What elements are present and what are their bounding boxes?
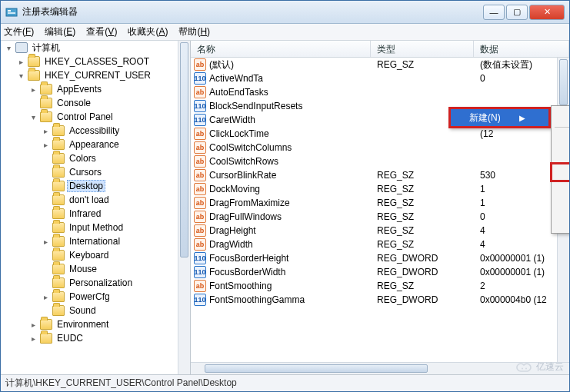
expand-icon[interactable]: ▸ [28, 334, 38, 343]
menu-e[interactable]: 编辑(E) [45, 25, 75, 38]
expand-icon[interactable]: ▸ [16, 58, 25, 66]
tree-item[interactable]: ▸Appearance [1, 138, 190, 151]
string-value-icon: ab [194, 155, 206, 168]
submenu-item[interactable]: QWORD (64 位)值(Q) [552, 181, 569, 198]
tree-item[interactable]: Input Method [1, 221, 190, 234]
submenu-item[interactable]: 二进制值(B) [552, 147, 569, 164]
expand-icon[interactable]: ▸ [41, 141, 50, 149]
folder-icon [52, 291, 65, 302]
list-hscrollbar[interactable] [191, 362, 569, 374]
list-row[interactable]: abCursorBlinkRateREG_SZ530 [191, 168, 569, 182]
submenu-item[interactable]: 项(K) [552, 108, 569, 125]
value-name: DragWidth [209, 239, 253, 250]
menu-a[interactable]: 收藏夹(A) [128, 25, 168, 38]
expand-icon[interactable]: ▾ [16, 71, 25, 80]
submenu-item[interactable]: 多字符串值(M) [552, 198, 569, 214]
menubar: 文件(F)编辑(E)查看(V)收藏夹(A)帮助(H) [1, 24, 569, 41]
string-value-icon: ab [194, 141, 206, 154]
submenu-item[interactable]: DWORD (32-位)值(D) [552, 164, 569, 181]
col-type[interactable]: 类型 [371, 41, 474, 57]
tree-item[interactable]: Cursors [1, 165, 190, 179]
col-name[interactable]: 名称 [191, 41, 371, 57]
menu-item-new[interactable]: 新建(N) ▶ [451, 109, 548, 126]
list-body[interactable]: ab(默认)REG_SZ(数值未设置)110ActiveWndTa0abAuto… [191, 58, 569, 362]
minimize-button[interactable]: — [483, 5, 505, 20]
tree-item[interactable]: ▾HKEY_CURRENT_USER [1, 68, 190, 82]
tree-label: Personalization [67, 277, 135, 289]
list-row[interactable]: abDragFromMaximizeREG_SZ1 [191, 196, 569, 210]
tree-item[interactable]: Personalization [1, 276, 190, 290]
list-header[interactable]: 名称 类型 数据 [191, 41, 569, 58]
list-row[interactable]: 110ActiveWndTa0 [191, 71, 569, 85]
list-row[interactable]: abDragHeightREG_SZ4 [191, 224, 569, 238]
list-row[interactable]: 110FocusBorderHeightREG_DWORD0x00000001 … [191, 251, 569, 265]
value-type: REG_SZ [371, 184, 474, 194]
menu-v[interactable]: 查看(V) [86, 25, 117, 38]
tree-item[interactable]: Sound [1, 304, 190, 317]
tree-pane[interactable]: ▾计算机▸HKEY_CLASSES_ROOT▾HKEY_CURRENT_USER… [1, 41, 191, 374]
context-submenu[interactable]: 项(K)字符串值(S)二进制值(B)DWORD (32-位)值(D)QWORD … [551, 105, 569, 234]
maximize-button[interactable]: ▢ [506, 5, 528, 20]
expand-icon[interactable]: ▸ [41, 238, 50, 246]
tree-label: Console [55, 97, 93, 109]
expand-icon[interactable]: ▾ [28, 113, 38, 121]
list-row[interactable]: 110FontSmoothingGammaREG_DWORD0x000004b0… [191, 293, 569, 307]
menu-h[interactable]: 帮助(H) [178, 25, 210, 38]
col-data[interactable]: 数据 [474, 41, 569, 57]
binary-value-icon: 110 [194, 100, 206, 112]
list-row[interactable]: abCoolSwitchRows [191, 154, 569, 168]
value-name: ClickLockTime [209, 128, 269, 139]
tree-label: Control Panel [55, 111, 115, 123]
list-row[interactable]: abDragFullWindowsREG_SZ0 [191, 210, 569, 224]
tree-item[interactable]: Infrared [1, 207, 190, 221]
context-menu-new[interactable]: 新建(N) ▶ [448, 107, 551, 128]
value-data: (数值未设置) [474, 58, 569, 71]
list-row[interactable]: abFontSmoothingREG_SZ2 [191, 279, 569, 293]
tree-label: Mouse [67, 263, 99, 275]
tree-item[interactable]: Keyboard [1, 248, 190, 262]
tree-item[interactable]: don't load [1, 193, 190, 207]
tree-item[interactable]: Desktop [1, 179, 190, 193]
tree-item[interactable]: Console [1, 96, 190, 110]
close-button[interactable]: ✕ [529, 5, 565, 20]
list-row[interactable]: 110FocusBorderWidthREG_DWORD0x00000001 (… [191, 265, 569, 279]
list-row[interactable]: abCoolSwitchColumns [191, 141, 569, 154]
value-name: FocusBorderWidth [209, 267, 285, 277]
tree-label: Accessibility [67, 125, 122, 137]
tree-item[interactable]: ▸PowerCfg [1, 290, 190, 304]
value-data: 4 [474, 239, 569, 250]
list-row[interactable]: abDragWidthREG_SZ4 [191, 238, 569, 251]
submenu-item[interactable]: 可扩充字符串值(E) [552, 214, 569, 231]
expand-icon[interactable]: ▸ [28, 85, 38, 94]
expand-icon[interactable]: ▾ [4, 44, 13, 52]
folder-icon [52, 305, 65, 316]
titlebar[interactable]: 注册表编辑器 — ▢ ✕ [1, 1, 569, 24]
tree-item[interactable]: Colors [1, 151, 190, 165]
tree-item[interactable]: ▾Control Panel [1, 110, 190, 124]
list-row[interactable]: abDockMovingREG_SZ1 [191, 182, 569, 196]
expand-icon[interactable]: ▸ [28, 321, 38, 329]
tree-item[interactable]: ▸International [1, 234, 190, 248]
folder-icon [52, 167, 65, 178]
tree-item[interactable]: ▸EUDC [1, 331, 190, 345]
menu-f[interactable]: 文件(F) [4, 25, 34, 38]
tree-item[interactable]: ▸Environment [1, 317, 190, 331]
value-type: REG_SZ [371, 59, 474, 70]
tree-item[interactable]: ▾计算机 [1, 41, 190, 55]
binary-value-icon: 110 [194, 294, 206, 306]
tree-item[interactable]: ▸HKEY_CLASSES_ROOT [1, 55, 190, 68]
expand-icon[interactable]: ▸ [41, 127, 50, 135]
list-row[interactable]: abClickLockTime(12 [191, 127, 569, 141]
string-value-icon: ab [194, 183, 206, 195]
computer-icon [15, 42, 28, 53]
statusbar: 计算机\HKEY_CURRENT_USER\Control Panel\Desk… [1, 374, 569, 391]
tree-item[interactable]: ▸Accessibility [1, 124, 190, 138]
tree-label: PowerCfg [67, 291, 112, 303]
tree-item[interactable]: ▸AppEvents [1, 82, 190, 96]
tree-scrollbar[interactable] [178, 41, 190, 374]
expand-icon[interactable]: ▸ [41, 293, 50, 301]
list-row[interactable]: ab(默认)REG_SZ(数值未设置) [191, 58, 569, 71]
list-row[interactable]: abAutoEndTasks [191, 85, 569, 99]
tree-item[interactable]: Mouse [1, 262, 190, 276]
submenu-item[interactable]: 字符串值(S) [552, 130, 569, 147]
